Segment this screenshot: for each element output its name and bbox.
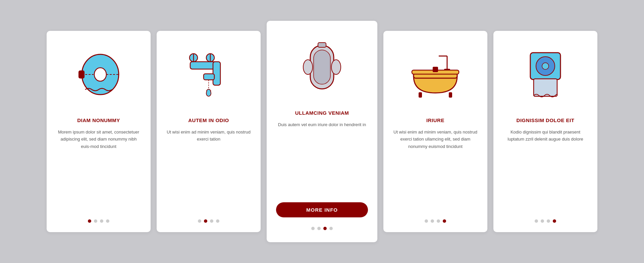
dot-5-1 [535, 219, 538, 223]
icon-area-4 [393, 41, 478, 108]
dot-2-2 [204, 219, 207, 223]
dot-2-3 [210, 219, 213, 223]
card-5-title: DIGNISSIM DOLOE EIT [517, 117, 575, 123]
card-faucet: AUTEM IN ODIO Ut wisi enim ad minim veni… [157, 31, 261, 232]
svg-rect-4 [78, 70, 85, 78]
dot-3-4 [329, 227, 333, 230]
card-2-dots [198, 219, 219, 223]
dot-4-4 [443, 219, 446, 223]
card-2-body: Ut wisi enim ad minim veniam, quis nostr… [166, 128, 251, 211]
card-2-title: AUTEM IN ODIO [188, 117, 229, 123]
pad-icon [302, 39, 342, 96]
svg-rect-7 [204, 74, 214, 80]
card-4-dots [425, 219, 446, 223]
more-info-button[interactable]: MORE INFO [276, 202, 368, 217]
icon-area-2 [166, 41, 251, 108]
card-3-title: ULLAMCING VENIAM [295, 110, 349, 116]
dot-5-3 [547, 219, 550, 223]
svg-point-1 [94, 68, 106, 81]
svg-rect-29 [433, 67, 438, 72]
svg-point-17 [331, 60, 341, 74]
card-4-title: IRIURE [426, 117, 444, 123]
towel-icon [524, 49, 567, 100]
dot-1-2 [94, 219, 97, 223]
dot-1-4 [106, 219, 109, 223]
toilet-paper-icon [75, 51, 122, 98]
icon-area-5 [503, 41, 588, 108]
dot-3-3 [323, 227, 327, 230]
card-1-dots [88, 219, 109, 223]
dot-5-4 [553, 219, 556, 223]
cards-container: DIAM NONUMMY Morem ipsum dolor sit amet,… [26, 7, 618, 256]
faucet-icon [183, 48, 234, 101]
card-1-body: Morem ipsum dolor sit amet, consectetuer… [56, 128, 141, 211]
dot-2-1 [198, 219, 201, 223]
icon-area-1 [56, 41, 141, 108]
card-5-dots [535, 219, 556, 223]
dot-1-3 [100, 219, 103, 223]
card-pad: ULLAMCING VENIAM Duis autem vel eum iriu… [267, 21, 377, 242]
card-4-body: Ut wisi enim ad minim veniam, quis nostr… [393, 128, 478, 211]
svg-rect-31 [534, 79, 557, 96]
dot-3-2 [317, 227, 321, 230]
card-toilet-paper: DIAM NONUMMY Morem ipsum dolor sit amet,… [47, 31, 151, 232]
svg-rect-6 [213, 62, 220, 85]
card-bathtub: IRIURE Ut wisi enim ad minim veniam, qui… [383, 31, 487, 232]
dot-4-2 [431, 219, 434, 223]
bathtub-icon [409, 49, 462, 100]
icon-area-3 [276, 34, 368, 101]
dot-3-1 [311, 227, 315, 230]
dot-4-1 [425, 219, 428, 223]
dot-5-2 [541, 219, 544, 223]
svg-rect-27 [419, 92, 422, 98]
dot-4-3 [437, 219, 440, 223]
svg-rect-28 [449, 92, 452, 98]
card-3-body: Duis autem vel eum iriure dolor in hendr… [278, 121, 366, 194]
dot-2-4 [216, 219, 219, 223]
card-1-title: DIAM NONUMMY [77, 117, 120, 123]
svg-point-16 [303, 60, 313, 74]
svg-rect-15 [314, 50, 330, 84]
card-5-body: Kodio dignissim qui blandit praesent lup… [503, 128, 588, 211]
card-towel: DIGNISSIM DOLOE EIT Kodio dignissim qui … [493, 31, 597, 232]
dot-1-1 [88, 219, 91, 223]
svg-point-33 [542, 63, 549, 69]
card-3-dots [311, 227, 333, 230]
svg-rect-18 [318, 43, 326, 47]
